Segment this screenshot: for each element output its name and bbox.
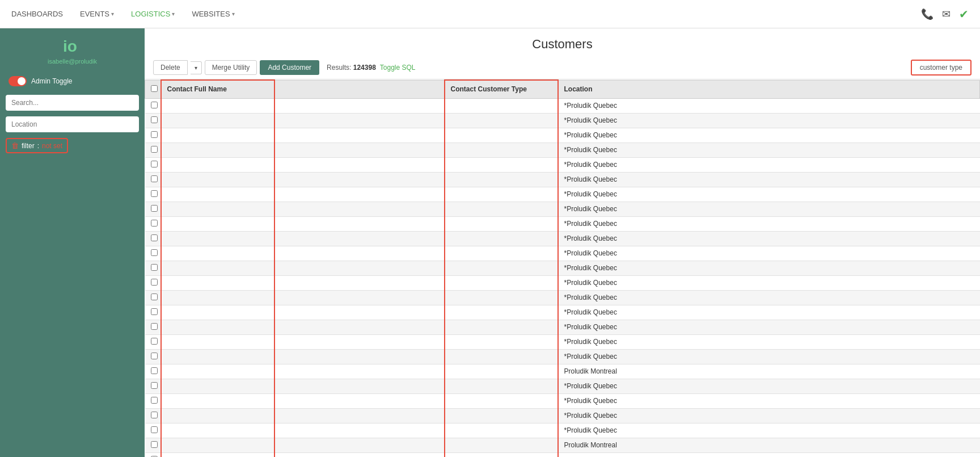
location-cell[interactable]: *Proludik Quebec [558, 379, 980, 393]
customer-type-cell[interactable] [445, 379, 558, 393]
customer-type-cell[interactable] [445, 202, 558, 216]
customer-type-cell[interactable] [445, 275, 558, 290]
location-cell[interactable]: *Proludik Quebec [558, 320, 980, 334]
customer-type-cell[interactable] [445, 187, 558, 202]
customer-type-cell[interactable] [445, 246, 558, 261]
contact-name-cell[interactable] [161, 113, 274, 128]
location-cell[interactable]: *Proludik Quebec [558, 423, 980, 438]
search-input[interactable] [6, 95, 139, 111]
contact-name-cell[interactable] [161, 452, 274, 457]
contact-name-cell[interactable] [161, 128, 274, 142]
location-cell[interactable]: *Proludik Quebec [558, 393, 980, 408]
delete-dropdown-arrow[interactable]: ▾ [191, 61, 202, 74]
customer-type-cell[interactable] [445, 128, 558, 142]
row-checkbox[interactable] [151, 397, 158, 404]
row-checkbox[interactable] [151, 323, 158, 330]
location-cell[interactable]: *Proludik Quebec [558, 246, 980, 261]
location-cell[interactable]: *Proludik Quebec [558, 142, 980, 157]
nav-events[interactable]: EVENTS ▾ [80, 7, 114, 21]
nav-logistics[interactable]: LOGISTICS ▾ [131, 7, 175, 21]
toggle-sql-link[interactable]: Toggle SQL [380, 64, 416, 72]
merge-utility-button[interactable]: Merge Utility [205, 60, 257, 75]
customer-type-cell[interactable] [445, 98, 558, 113]
row-checkbox[interactable] [151, 146, 158, 153]
customer-type-button[interactable]: customer type [911, 60, 971, 76]
customer-type-cell[interactable] [445, 452, 558, 457]
row-checkbox[interactable] [151, 220, 158, 227]
customer-type-cell[interactable] [445, 320, 558, 334]
contact-name-cell[interactable] [161, 246, 274, 261]
contact-name-cell[interactable] [161, 275, 274, 290]
customer-type-cell[interactable] [445, 290, 558, 305]
row-checkbox[interactable] [151, 353, 158, 359]
location-cell[interactable]: Proludik Montreal [558, 438, 980, 452]
row-checkbox[interactable] [151, 161, 158, 167]
customer-type-cell[interactable] [445, 113, 558, 128]
row-checkbox[interactable] [151, 190, 158, 197]
filter-badge[interactable]: 🗑 filter: not set [6, 138, 68, 153]
contact-name-cell[interactable] [161, 334, 274, 349]
row-checkbox[interactable] [151, 249, 158, 256]
mail-icon[interactable]: ✉ [942, 8, 951, 20]
contact-name-cell[interactable] [161, 379, 274, 393]
contact-name-cell[interactable] [161, 157, 274, 172]
location-cell[interactable]: *Proludik Quebec [558, 261, 980, 275]
customer-type-cell[interactable] [445, 349, 558, 364]
check-icon[interactable]: ✔ [959, 7, 969, 21]
customer-type-cell[interactable] [445, 364, 558, 379]
contact-name-cell[interactable] [161, 438, 274, 452]
add-customer-button[interactable]: Add Customer [260, 60, 319, 75]
row-checkbox[interactable] [151, 412, 158, 418]
location-cell[interactable]: *Proludik Quebec [558, 334, 980, 349]
row-checkbox[interactable] [151, 131, 158, 138]
row-checkbox[interactable] [151, 426, 158, 433]
row-checkbox[interactable] [151, 264, 158, 271]
location-cell[interactable]: *Proludik Quebec [558, 290, 980, 305]
contact-name-cell[interactable] [161, 423, 274, 438]
delete-button[interactable]: Delete [153, 60, 188, 75]
location-cell[interactable]: Proludik Montreal [558, 364, 980, 379]
row-checkbox[interactable] [151, 382, 158, 389]
row-checkbox[interactable] [151, 441, 158, 448]
location-cell[interactable]: *Proludik Quebec [558, 128, 980, 142]
location-cell[interactable]: *Proludik Quebec [558, 349, 980, 364]
location-cell[interactable]: Proludik Montreal [558, 452, 980, 457]
row-checkbox[interactable] [151, 294, 158, 300]
customer-type-cell[interactable] [445, 216, 558, 231]
row-checkbox[interactable] [151, 205, 158, 212]
customer-type-cell[interactable] [445, 231, 558, 246]
row-checkbox[interactable] [151, 102, 158, 108]
row-checkbox[interactable] [151, 279, 158, 286]
contact-name-cell[interactable] [161, 202, 274, 216]
customer-type-cell[interactable] [445, 172, 558, 187]
contact-name-cell[interactable] [161, 320, 274, 334]
contact-name-cell[interactable] [161, 216, 274, 231]
location-cell[interactable]: *Proludik Quebec [558, 408, 980, 423]
row-checkbox[interactable] [151, 367, 158, 374]
location-cell[interactable]: *Proludik Quebec [558, 98, 980, 113]
contact-name-cell[interactable] [161, 172, 274, 187]
contact-name-cell[interactable] [161, 393, 274, 408]
row-checkbox[interactable] [151, 175, 158, 182]
contact-name-cell[interactable] [161, 231, 274, 246]
customer-type-cell[interactable] [445, 334, 558, 349]
nav-dashboards[interactable]: DASHBOARDS [11, 7, 63, 21]
customer-type-cell[interactable] [445, 408, 558, 423]
row-checkbox[interactable] [151, 116, 158, 123]
location-cell[interactable]: *Proludik Quebec [558, 275, 980, 290]
contact-name-cell[interactable] [161, 187, 274, 202]
location-cell[interactable]: *Proludik Quebec [558, 231, 980, 246]
contact-name-cell[interactable] [161, 290, 274, 305]
row-checkbox[interactable] [151, 338, 158, 345]
customer-type-cell[interactable] [445, 261, 558, 275]
location-input[interactable] [6, 116, 139, 132]
row-checkbox[interactable] [151, 234, 158, 241]
location-cell[interactable]: *Proludik Quebec [558, 187, 980, 202]
contact-name-cell[interactable] [161, 261, 274, 275]
nav-websites[interactable]: WEBSITES ▾ [192, 7, 234, 21]
phone-icon[interactable]: 📞 [921, 8, 933, 20]
customer-type-cell[interactable] [445, 142, 558, 157]
customer-type-cell[interactable] [445, 157, 558, 172]
contact-name-cell[interactable] [161, 349, 274, 364]
customer-type-cell[interactable] [445, 423, 558, 438]
